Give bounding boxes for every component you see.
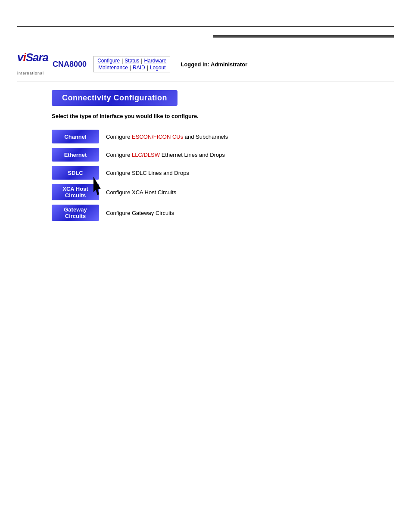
visara-logo: viSara international	[17, 51, 48, 78]
sdlc-description: Configure SDLC Lines and Drops	[106, 170, 189, 176]
interface-list: Channel Configure ESCON/FICON CUs and Su…	[52, 130, 394, 221]
gateway-button[interactable]: Gateway Circuits	[52, 205, 99, 221]
interface-row-channel: Channel Configure ESCON/FICON CUs and Su…	[52, 130, 394, 143]
top-divider	[17, 26, 394, 27]
nav-status[interactable]: Status	[125, 58, 139, 64]
ethernet-highlight: LLC/DLSW	[132, 152, 160, 158]
ethernet-description: Configure LLC/DLSW Ethernet Lines and Dr…	[106, 152, 225, 158]
page-subtitle: Select the type of interface you would l…	[52, 113, 394, 119]
nav-raid[interactable]: RAID	[133, 65, 145, 71]
channel-button[interactable]: Channel	[52, 130, 99, 143]
interface-row-gateway: Gateway Circuits Configure Gateway Circu…	[52, 205, 394, 221]
interface-row-xca-host: XCA Host Circuits Configure XCA Host Cir…	[52, 184, 394, 200]
nav-row-1: Configure | Status | Hardware	[97, 58, 166, 64]
channel-description: Configure ESCON/FICON CUs and Subchannel…	[106, 134, 228, 140]
gateway-description: Configure Gateway Circuits	[106, 210, 174, 216]
nav-row-2: Maintenance | RAID | Logout	[98, 65, 165, 71]
nav-box: Configure | Status | Hardware Maintenanc…	[93, 56, 170, 72]
ethernet-button[interactable]: Ethernet	[52, 148, 99, 162]
nav-hardware[interactable]: Hardware	[144, 58, 166, 64]
logged-in-status: Logged in: Administrator	[181, 61, 247, 68]
xca-host-description: Configure XCA Host Circuits	[106, 189, 176, 196]
xca-host-button[interactable]: XCA Host Circuits	[52, 184, 99, 200]
logo-container: viSara international CNA8000	[17, 51, 87, 78]
nav-maintenance[interactable]: Maintenance	[98, 65, 128, 71]
interface-row-ethernet: Ethernet Configure LLC/DLSW Ethernet Lin…	[52, 148, 394, 162]
nav-logout[interactable]: Logout	[150, 65, 166, 71]
cna-model: CNA8000	[53, 60, 87, 69]
double-line-decoration	[17, 35, 394, 38]
nav-configure[interactable]: Configure	[97, 58, 120, 64]
channel-highlight: ESCON/FICON CUs	[132, 134, 183, 140]
page-title: Connectivity Configuration	[62, 93, 167, 102]
interface-row-sdlc: SDLC Configure SDLC Lines and Drops	[52, 166, 394, 180]
content-area: Connectivity Configuration Select the ty…	[52, 90, 394, 221]
sdlc-button[interactable]: SDLC	[52, 166, 99, 180]
header: viSara international CNA8000 Configure |…	[17, 51, 394, 81]
page-title-bar: Connectivity Configuration	[52, 90, 177, 106]
